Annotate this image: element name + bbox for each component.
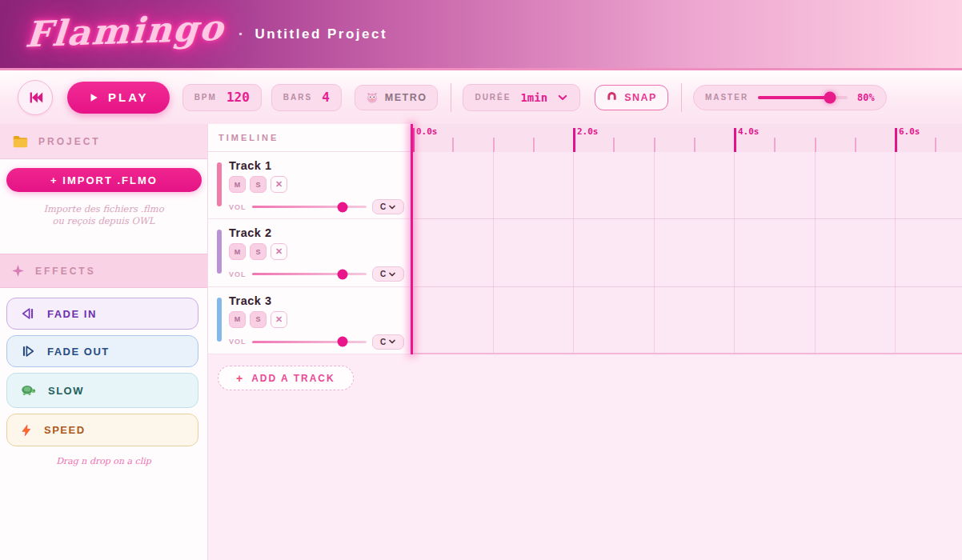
bpm-field[interactable]: BPM 120 (182, 84, 262, 111)
solo-button[interactable]: S (250, 311, 267, 328)
bars-label: BARS (283, 93, 312, 102)
mute-button[interactable]: M (229, 243, 246, 260)
ruler-minor-tick (654, 138, 655, 152)
effect-speed-button[interactable]: SPEED (6, 414, 198, 446)
master-slider-thumb[interactable] (824, 91, 836, 103)
master-volume-group: MASTER 80% (693, 85, 887, 110)
add-track-button[interactable]: + ADD A TRACK (218, 366, 354, 390)
metro-button-label: METRO (385, 92, 427, 103)
pitch-value: C (380, 338, 386, 346)
volume-slider[interactable] (252, 273, 367, 275)
pitch-value: C (380, 202, 386, 211)
ruler-minor-tick (613, 138, 615, 152)
chevron-down-icon (388, 203, 396, 211)
sidebar: PROJECT + IMPORT .FLMO Importe des fichi… (0, 124, 208, 560)
ruler-minor-tick (815, 138, 816, 152)
track-lane[interactable] (412, 287, 962, 354)
bpm-label: BPM (194, 93, 217, 102)
app-logo: Flamingo (19, 6, 234, 61)
ruler-minor-tick (533, 138, 535, 152)
pitch-select[interactable]: C (372, 199, 404, 214)
track-color-bar (217, 298, 222, 342)
volume-thumb[interactable] (337, 202, 347, 212)
duree-select[interactable]: DURÉE 1min (463, 84, 580, 111)
ruler-label: 0.0s (416, 126, 438, 137)
owl-icon (366, 91, 379, 104)
rewind-button[interactable] (18, 80, 53, 115)
volume-label: VOL (229, 270, 247, 278)
bars-field[interactable]: BARS 4 (271, 84, 342, 111)
play-button-label: PLAY (108, 90, 149, 104)
effect-slow-button[interactable]: SLOW (6, 373, 198, 408)
app-header: Flamingo · Untitled Project (0, 0, 962, 70)
project-header-label: PROJECT (38, 136, 101, 147)
track-lanes[interactable] (412, 152, 962, 354)
fade-in-icon (20, 306, 36, 322)
snap-button-label: SNAP (624, 92, 657, 103)
magnet-icon (606, 91, 618, 103)
timeline-ruler[interactable]: 0.0s2.0s4.0s6.0s (412, 124, 962, 152)
master-slider[interactable] (758, 96, 848, 99)
bpm-value[interactable]: 120 (226, 90, 250, 105)
play-button[interactable]: PLAY (67, 82, 170, 114)
effects-caption: Drag n drop on a clip (0, 456, 207, 466)
volume-thumb[interactable] (337, 337, 347, 347)
effects-section-header: EFFECTS (0, 254, 207, 288)
chevron-down-icon (388, 338, 396, 346)
track-row: Track 3 M S ✕ VOL C (208, 287, 412, 354)
metro-button[interactable]: METRO (355, 85, 439, 110)
effect-fade-in-button[interactable]: FADE IN (6, 298, 198, 330)
pitch-select[interactable]: C (372, 266, 404, 282)
lightning-icon (20, 422, 33, 438)
effect-label: FADE OUT (47, 346, 110, 358)
master-value: 80% (857, 92, 875, 103)
track-lane[interactable] (412, 219, 962, 286)
turtle-icon (20, 384, 37, 397)
x-icon[interactable]: ✕ (271, 243, 287, 260)
solo-button[interactable]: S (250, 176, 267, 193)
x-icon[interactable]: ✕ (271, 176, 287, 193)
track-name: Track 2 (229, 226, 404, 239)
chevron-down-icon (388, 270, 396, 278)
mute-button[interactable]: M (229, 176, 246, 193)
ruler-minor-tick (493, 138, 495, 152)
ruler-minor-tick (452, 138, 454, 152)
project-title: Untitled Project (255, 26, 388, 42)
volume-label: VOL (229, 203, 247, 211)
volume-slider[interactable] (252, 341, 367, 343)
pitch-select[interactable]: C (372, 334, 404, 350)
master-slider-fill (758, 96, 830, 99)
playhead[interactable] (411, 124, 413, 354)
mute-button[interactable]: M (229, 311, 246, 328)
effect-label: SLOW (48, 385, 84, 397)
import-caption: Importe des fichiers .flmo ou reçois dep… (0, 203, 207, 227)
volume-thumb[interactable] (337, 269, 347, 279)
fade-out-icon (20, 343, 36, 359)
solo-button[interactable]: S (250, 243, 267, 260)
lane-area: 0.0s2.0s4.0s6.0s (412, 124, 962, 354)
tracks-panel: TIMELINE Track 1 M S ✕ VOL C (208, 124, 412, 354)
add-track-label: ADD A TRACK (251, 373, 335, 384)
ruler-major-tick (573, 128, 575, 152)
pitch-value: C (380, 270, 386, 278)
track-color-bar (217, 230, 222, 274)
master-label: MASTER (705, 93, 748, 102)
import-caption-line1: Importe des fichiers .flmo (0, 203, 207, 215)
effect-label: SPEED (44, 424, 86, 436)
import-flmo-button[interactable]: + IMPORT .FLMO (6, 168, 202, 192)
track-lane[interactable] (412, 152, 962, 219)
plus-icon: + (236, 372, 244, 385)
bars-value[interactable]: 4 (322, 90, 330, 105)
chevron-down-icon (557, 92, 568, 103)
effect-label: FADE IN (47, 308, 97, 320)
volume-slider[interactable] (252, 206, 367, 208)
effect-fade-out-button[interactable]: FADE OUT (6, 335, 198, 367)
snap-toggle-button[interactable]: SNAP (595, 85, 668, 110)
x-icon[interactable]: ✕ (271, 311, 287, 328)
toolbar-divider (451, 83, 451, 112)
import-caption-line2: ou reçois depuis OWL (0, 215, 207, 227)
effects-list: FADE IN FADE OUT (0, 288, 207, 446)
ruler-label: 6.0s (899, 126, 920, 137)
toolbar-divider (681, 83, 682, 112)
folder-icon (13, 135, 28, 148)
